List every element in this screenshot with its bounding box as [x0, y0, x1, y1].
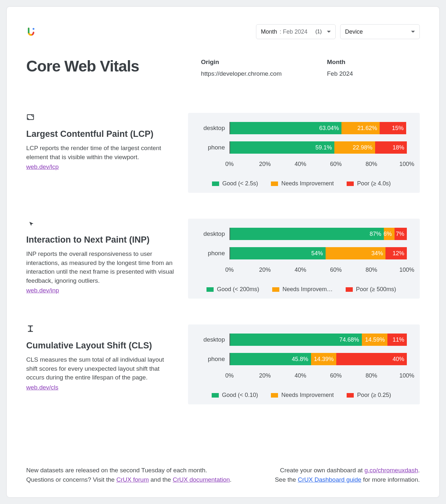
legend-item-poor: Poor (≥ 0.25): [347, 392, 391, 399]
axis-tick: 40%: [295, 372, 306, 379]
chart-row: desktop87%6%7%: [196, 228, 407, 240]
legend-swatch-ni: [271, 181, 278, 186]
legend-label: Poor (≥ 500ms): [356, 286, 396, 293]
legend-label: Poor (≥ 4.0s): [357, 180, 391, 187]
chart-segment-poor: 18%: [375, 141, 407, 154]
legend-item-poor: Poor (≥ 4.0s): [347, 180, 391, 187]
chart-axis: 0%20%40%60%80%100%: [229, 372, 407, 379]
chevron-down-icon: [327, 31, 331, 33]
chart-segment-ni: 14.59%: [362, 334, 387, 346]
metric-description: CLS measures the sum total of all indivi…: [26, 355, 175, 382]
legend-label: Good (< 0.10): [222, 392, 258, 399]
chart-row: phone45.8%14.39%40%: [196, 353, 407, 365]
svg-point-0: [33, 28, 35, 30]
footer-text: .: [230, 476, 231, 483]
origin-block: Origin https://developer.chrome.com: [201, 59, 282, 77]
chart-segment-good: 59.1%: [230, 141, 334, 154]
chart-track: 74.68%14.59%11%: [229, 334, 407, 346]
crux-logo-icon: [26, 27, 36, 37]
axis-tick: 0%: [225, 372, 234, 379]
lcp-icon: [26, 113, 175, 123]
axis-tick: 0%: [225, 161, 234, 168]
inp-icon: [26, 219, 175, 229]
metric-description: INP reports the overall responsiveness t…: [26, 249, 175, 285]
dashboard-card: Month: Feb 2024 (1) Device Core Web Vita…: [6, 6, 440, 498]
chart-segment-ni: 22.98%: [334, 141, 375, 154]
metric-title: Cumulative Layout Shift (CLS): [26, 341, 175, 351]
month-value: Feb 2024: [327, 70, 353, 77]
legend-swatch-poor: [346, 287, 353, 292]
metric-section: Largest Contentful Paint (LCP)LCP report…: [26, 113, 420, 193]
footer-text: and the: [149, 476, 173, 483]
metric-link[interactable]: web.dev/lcp: [26, 163, 59, 170]
legend-label: Needs Improvement: [281, 180, 334, 187]
device-dropdown-label: Device: [345, 28, 363, 35]
chart-track: 45.8%14.39%40%: [229, 353, 407, 365]
footer-text: New datasets are released on the second …: [26, 467, 207, 474]
axis-tick: 100%: [399, 372, 414, 379]
legend-item-ni: Needs Improvem…: [272, 286, 333, 293]
cls-icon: [26, 324, 175, 335]
chart-track: 59.1%22.98%18%: [229, 141, 407, 154]
footer: New datasets are released on the second …: [26, 466, 420, 484]
metric-chart: desktop63.04%21.62%15%phone59.1%22.98%18…: [188, 113, 420, 193]
chart-category-label: desktop: [196, 230, 229, 237]
axis-tick: 60%: [330, 161, 342, 168]
chart-category-label: phone: [196, 250, 229, 257]
legend-item-good: Good (< 2.5s): [212, 180, 258, 187]
metric-chart: desktop74.68%14.59%11%phone45.8%14.39%40…: [188, 324, 420, 404]
top-bar: Month: Feb 2024 (1) Device: [26, 24, 420, 39]
legend-item-ni: Needs Improvement: [271, 392, 334, 399]
month-dropdown-value: : Feb 2024: [280, 28, 307, 35]
footer-text: Questions or concerns? Visit the: [26, 476, 116, 483]
axis-tick: 60%: [330, 372, 342, 379]
chart-segment-poor: 40%: [336, 353, 407, 365]
crux-dashboard-guide-link[interactable]: CrUX Dashboard guide: [298, 476, 361, 483]
metric-section: Cumulative Layout Shift (CLS)CLS measure…: [26, 324, 420, 404]
chart-track: 54%34%12%: [229, 247, 407, 259]
metric-title: Interaction to Next Paint (INP): [26, 235, 175, 245]
footer-text: See the: [275, 476, 298, 483]
chart-track: 63.04%21.62%15%: [229, 122, 407, 134]
axis-tick: 20%: [259, 372, 271, 379]
axis-tick: 40%: [295, 161, 306, 168]
crux-forum-link[interactable]: CrUX forum: [116, 476, 149, 483]
axis-tick: 100%: [399, 267, 414, 273]
month-block: Month Feb 2024: [327, 59, 353, 77]
legend-label: Good (< 200ms): [217, 286, 259, 293]
axis-tick: 80%: [365, 372, 377, 379]
month-dropdown-label: Month: [261, 28, 277, 35]
legend-swatch-ni: [271, 393, 278, 398]
page-header: Core Web Vitals Origin https://developer…: [26, 57, 420, 77]
origin-value: https://developer.chrome.com: [201, 70, 282, 77]
chart-segment-good: 74.68%: [230, 334, 362, 346]
chart-legend: Good (< 0.10)Needs ImprovementPoor (≥ 0.…: [196, 392, 407, 399]
chart-axis: 0%20%40%60%80%100%: [229, 161, 407, 168]
legend-label: Needs Improvem…: [283, 286, 333, 293]
chart-category-label: desktop: [196, 336, 229, 343]
metric-link[interactable]: web.dev/inp: [26, 287, 59, 294]
device-dropdown[interactable]: Device: [340, 24, 420, 39]
crux-documentation-link[interactable]: CrUX documentation: [173, 476, 230, 483]
chart-segment-poor: 12%: [385, 247, 407, 259]
metric-title: Largest Contentful Paint (LCP): [26, 129, 175, 139]
legend-item-ni: Needs Improvement: [271, 180, 334, 187]
legend-item-good: Good (< 200ms): [206, 286, 259, 293]
legend-swatch-good: [212, 181, 219, 186]
metric-link[interactable]: web.dev/cls: [26, 384, 58, 391]
axis-tick: 20%: [259, 267, 271, 273]
origin-label: Origin: [201, 59, 282, 66]
axis-tick: 40%: [295, 267, 306, 273]
chromeuxdash-link[interactable]: g.co/chromeuxdash: [364, 467, 418, 474]
metric-description: LCP reports the render time of the large…: [26, 144, 175, 161]
chart-category-label: phone: [196, 356, 229, 363]
chart-segment-good: 45.8%: [230, 353, 311, 365]
chart-segment-ni: 34%: [326, 247, 386, 259]
footer-text: .: [418, 467, 420, 474]
legend-label: Poor (≥ 0.25): [357, 392, 391, 399]
chart-row: phone54%34%12%: [196, 247, 407, 259]
chart-legend: Good (< 2.5s)Needs ImprovementPoor (≥ 4.…: [196, 180, 407, 187]
chart-segment-ni: 6%: [384, 228, 395, 240]
legend-swatch-poor: [347, 393, 354, 398]
month-dropdown[interactable]: Month: Feb 2024 (1): [256, 24, 336, 39]
